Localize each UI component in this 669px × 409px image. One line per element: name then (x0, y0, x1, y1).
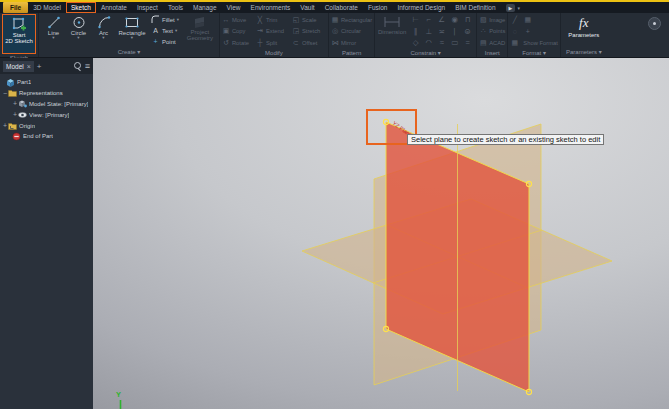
tab-informed-design[interactable]: Informed Design (392, 2, 450, 13)
tree-item-model-state[interactable]: + Model State: [Primary] (0, 99, 93, 110)
fillet-button[interactable]: Fillet ▾ (151, 14, 179, 25)
tab-collaborate[interactable]: Collaborate (320, 2, 363, 13)
tree-item-representations[interactable]: − Representations (0, 88, 93, 99)
browser-tab-model[interactable]: Model × (3, 61, 34, 72)
tab-vault[interactable]: Vault (295, 2, 319, 13)
project-geometry-icon (192, 15, 207, 29)
group-label-insert[interactable]: Insert (479, 49, 505, 58)
driven-dimension-icon[interactable]: ▦ (523, 16, 532, 24)
tab-view[interactable]: View (222, 2, 246, 13)
coincident-constraint-icon[interactable]: ⊢ (409, 14, 422, 26)
part-icon (6, 78, 15, 86)
fix-constraint-icon[interactable]: ▭ (448, 37, 461, 49)
chevron-down-icon: ▾ (517, 5, 520, 11)
rectangle-icon (124, 15, 140, 30)
tree-item-part1[interactable]: Part1 (0, 77, 93, 88)
insert-points-button[interactable]: ∴Points (479, 26, 505, 38)
text-button[interactable]: A Text ▾ (151, 25, 179, 36)
ribbon-tab-bar: File 3D Model Sketch Annotate Inspect To… (0, 2, 669, 13)
tree-item-end-of-part[interactable]: End of Part (0, 131, 93, 142)
dimension-icon (383, 15, 401, 29)
mirror-button[interactable]: ⋈Mirror (331, 37, 372, 49)
circle-button[interactable]: Circle ▾ (66, 14, 91, 40)
viewport[interactable]: YZ Plane Y Select plane to create sketch… (93, 58, 669, 409)
chevron-down-icon: ▾ (52, 36, 54, 40)
rectangular-pattern-button[interactable]: ▦Rectangular (331, 14, 372, 26)
group-label-constrain[interactable]: Constrain ▾ (377, 49, 474, 58)
symmetric-constraint-icon[interactable]: ◠ (422, 37, 435, 49)
parallel-constraint-icon[interactable]: ∥ (409, 26, 422, 38)
group-format: ╱ ▦ ◌ + ▦ Show Format Format ▾ (508, 13, 560, 57)
tab-3d-model[interactable]: 3D Model (28, 2, 66, 13)
trim-button[interactable]: ╳Trim (256, 14, 292, 26)
tab-annotate[interactable]: Annotate (96, 2, 132, 13)
start-2d-sketch-button[interactable]: Start 2D Sketch (2, 14, 36, 54)
centerpoint-format-icon[interactable]: + (523, 28, 532, 35)
circular-pattern-button[interactable]: ◎Circular (331, 26, 372, 38)
auto-constraint-icon[interactable]: = (461, 37, 474, 49)
group-label-pattern[interactable]: Pattern (331, 49, 372, 58)
lock-constraint-icon[interactable]: ⊓ (461, 14, 474, 26)
rotate-icon: ↺ (222, 39, 230, 47)
copy-button[interactable]: ▣Copy (222, 26, 256, 38)
centerline-format-icon[interactable]: ◌ (510, 28, 519, 35)
point-icon: + (151, 38, 160, 45)
line-button[interactable]: Line ▾ (41, 14, 66, 40)
equal-constraint-icon[interactable]: ≈ (435, 37, 448, 49)
angle-constraint-icon[interactable]: ∠ (435, 14, 448, 26)
horizontal-constraint-icon[interactable]: ≍ (435, 26, 448, 38)
inventor-window: File 3D Model Sketch Annotate Inspect To… (0, 0, 669, 409)
insert-acad-button[interactable]: ▤ACAD (479, 37, 505, 49)
end-of-part-icon (12, 132, 21, 140)
point-button[interactable]: + Point (151, 36, 179, 47)
media-menu-button[interactable]: ▶ ▾ (506, 4, 520, 12)
smooth-constraint-icon[interactable]: ◇ (409, 37, 422, 49)
tab-sketch[interactable]: Sketch (66, 2, 96, 13)
group-label-format[interactable]: Format ▾ (510, 49, 557, 58)
group-label-parameters[interactable]: Parameters ▾ (563, 48, 605, 57)
tab-tools[interactable]: Tools (163, 2, 188, 13)
rotate-button[interactable]: ↺Rotate (222, 37, 256, 49)
chevron-down-icon: ▾ (175, 29, 177, 33)
browser-menu-icon[interactable]: ≡ (85, 62, 90, 71)
scale-icon: ◱ (292, 16, 300, 24)
construction-format-icon[interactable]: ╱ (510, 16, 519, 24)
line-icon (47, 15, 61, 30)
tab-manage[interactable]: Manage (188, 2, 222, 13)
tab-environments[interactable]: Environments (246, 2, 296, 13)
rectangle-button[interactable]: Rectangle ▾ (116, 14, 148, 40)
move-button[interactable]: ↔Move (222, 14, 256, 26)
perpendicular-constraint-icon[interactable]: ⊥ (422, 26, 435, 38)
show-format-button[interactable]: ▦ Show Format (510, 37, 557, 49)
stretch-button[interactable]: ◲Stretch (292, 26, 326, 38)
project-geometry-button[interactable]: Project Geometry (183, 14, 217, 41)
split-icon: ┼ (256, 39, 264, 46)
tree-item-origin[interactable]: + Origin (0, 120, 93, 131)
tangent-constraint-icon[interactable]: ⊜ (461, 26, 474, 38)
chevron-down-icon: ▾ (177, 18, 179, 22)
collinear-constraint-icon[interactable]: ⌐ (422, 14, 435, 26)
tree-item-view[interactable]: + View: [Primary] (0, 109, 93, 120)
close-icon[interactable]: × (27, 61, 31, 72)
add-browser-tab-button[interactable]: + (37, 62, 42, 71)
tab-bim-definition[interactable]: BIM Definition (450, 2, 500, 13)
group-label-create[interactable]: Create ▾ (41, 48, 217, 57)
group-parameters: fx Parameters Parameters ▾ (561, 13, 607, 57)
tab-fusion[interactable]: Fusion (363, 2, 393, 13)
tab-inspect[interactable]: Inspect (132, 2, 163, 13)
trim-icon: ╳ (256, 16, 264, 24)
vertical-constraint-icon[interactable]: ∣ (448, 26, 461, 38)
search-icon[interactable] (73, 62, 82, 71)
extend-button[interactable]: ⇥Extend (256, 26, 292, 38)
arc-button[interactable]: Arc ▾ (91, 14, 116, 40)
help-icon[interactable] (648, 17, 661, 30)
insert-image-button[interactable]: ▧Image (479, 14, 505, 26)
tab-file[interactable]: File (3, 2, 28, 13)
concentric-constraint-icon[interactable]: ◉ (448, 14, 461, 26)
parameters-button[interactable]: fx Parameters (563, 14, 605, 38)
offset-button[interactable]: ⊂Offset (292, 37, 326, 49)
group-label-modify[interactable]: Modify (222, 49, 326, 58)
split-button[interactable]: ┼Split (256, 37, 292, 49)
dimension-button[interactable]: Dimension (377, 14, 407, 35)
scale-button[interactable]: ◱Scale (292, 14, 326, 26)
